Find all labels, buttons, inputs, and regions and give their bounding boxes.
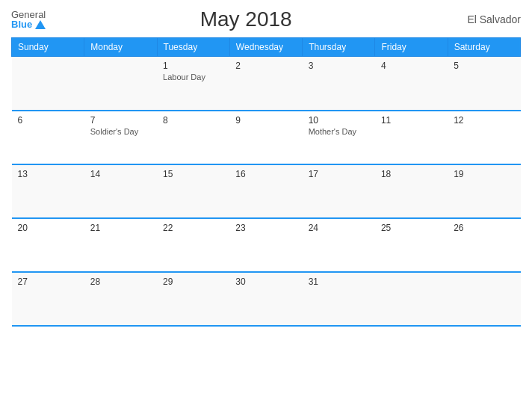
day-number: 28 — [90, 276, 151, 287]
day-number: 25 — [381, 223, 442, 233]
calendar-cell: 7Soldier's Day — [84, 111, 157, 164]
day-number: 8 — [163, 115, 223, 126]
calendar-cell — [375, 272, 448, 326]
week-row-1: 1Labour Day2345 — [12, 57, 521, 111]
calendar-cell — [448, 272, 520, 326]
calendar-cell — [12, 57, 84, 111]
day-number: 11 — [381, 115, 442, 126]
logo-blue-text: Blue — [11, 19, 46, 29]
calendar-cell: 25 — [375, 218, 448, 272]
day-number: 2 — [235, 61, 296, 71]
calendar-cell: 27 — [12, 272, 84, 326]
calendar-cell: 3 — [303, 57, 375, 111]
calendar-container: General Blue May 2018 El Salvador Sunday… — [0, 0, 532, 411]
logo: General Blue — [11, 10, 46, 29]
day-number: 6 — [18, 115, 78, 126]
calendar-cell: 21 — [84, 218, 157, 272]
header-thursday: Thursday — [303, 38, 375, 57]
day-headers-row: Sunday Monday Tuesday Wednesday Thursday… — [12, 38, 521, 57]
calendar-cell: 29 — [157, 272, 229, 326]
day-number: 7 — [90, 115, 151, 126]
calendar-cell: 23 — [229, 218, 302, 272]
header-saturday: Saturday — [448, 38, 520, 57]
calendar-cell: 13 — [12, 164, 84, 218]
calendar-cell: 14 — [84, 164, 157, 218]
calendar-cell: 20 — [12, 218, 84, 272]
day-number: 13 — [18, 169, 78, 179]
calendar-cell: 12 — [448, 111, 520, 164]
calendar-cell: 31 — [303, 272, 375, 326]
day-number: 27 — [18, 276, 78, 287]
calendar-cell: 19 — [448, 164, 520, 218]
calendar-cell: 22 — [157, 218, 229, 272]
country-label: El Salvador — [446, 13, 521, 25]
header-friday: Friday — [375, 38, 448, 57]
holiday-label: Mother's Day — [309, 127, 369, 136]
calendar-cell: 24 — [303, 218, 375, 272]
day-number: 26 — [454, 223, 514, 233]
header-sunday: Sunday — [12, 38, 84, 57]
day-number: 12 — [454, 115, 514, 126]
day-number: 15 — [163, 169, 223, 179]
day-number: 21 — [90, 223, 151, 233]
day-number: 29 — [163, 276, 223, 287]
calendar-cell: 2 — [229, 57, 302, 111]
calendar-cell: 10Mother's Day — [303, 111, 375, 164]
day-number: 17 — [309, 169, 369, 179]
week-row-4: 20212223242526 — [12, 218, 521, 272]
calendar-cell: 11 — [375, 111, 448, 164]
header-wednesday: Wednesday — [229, 38, 302, 57]
calendar-cell: 18 — [375, 164, 448, 218]
day-number: 5 — [454, 61, 514, 71]
calendar-header: General Blue May 2018 El Salvador — [11, 7, 521, 31]
calendar-cell: 16 — [229, 164, 302, 218]
calendar-cell: 1Labour Day — [157, 57, 229, 111]
calendar-cell: 9 — [229, 111, 302, 164]
calendar-title: May 2018 — [46, 7, 446, 31]
day-number: 22 — [163, 223, 223, 233]
day-number: 23 — [235, 223, 296, 233]
day-number: 4 — [381, 61, 442, 71]
week-row-2: 67Soldier's Day8910Mother's Day1112 — [12, 111, 521, 164]
day-number: 18 — [381, 169, 442, 179]
day-number: 31 — [309, 276, 369, 287]
day-number: 20 — [18, 223, 78, 233]
calendar-cell: 5 — [448, 57, 520, 111]
calendar-cell: 4 — [375, 57, 448, 111]
holiday-label: Labour Day — [163, 72, 223, 81]
day-number: 14 — [90, 169, 151, 179]
header-monday: Monday — [84, 38, 157, 57]
calendar-cell: 28 — [84, 272, 157, 326]
holiday-label: Soldier's Day — [90, 127, 151, 136]
calendar-cell: 15 — [157, 164, 229, 218]
day-number: 24 — [309, 223, 369, 233]
day-number: 9 — [235, 115, 296, 126]
calendar-cell: 30 — [229, 272, 302, 326]
header-tuesday: Tuesday — [157, 38, 229, 57]
day-number: 19 — [454, 169, 514, 179]
calendar-cell — [84, 57, 157, 111]
calendar-cell: 8 — [157, 111, 229, 164]
calendar-cell: 17 — [303, 164, 375, 218]
day-number: 3 — [309, 61, 369, 71]
calendar-cell: 26 — [448, 218, 520, 272]
week-row-3: 13141516171819 — [12, 164, 521, 218]
week-row-5: 2728293031 — [12, 272, 521, 326]
day-number: 10 — [309, 115, 369, 126]
logo-triangle-icon — [35, 20, 46, 29]
day-number: 30 — [235, 276, 296, 287]
day-number: 1 — [163, 61, 223, 71]
calendar-cell: 6 — [12, 111, 84, 164]
day-number: 16 — [235, 169, 296, 179]
calendar-table: Sunday Monday Tuesday Wednesday Thursday… — [11, 37, 521, 327]
